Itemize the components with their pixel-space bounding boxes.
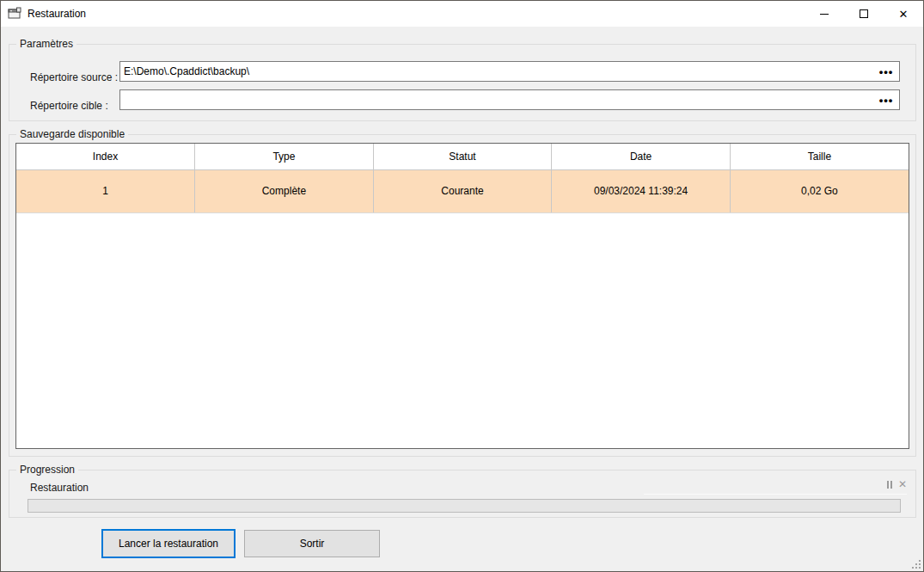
table-header-row: IndexTypeStatutDateTaille	[16, 144, 909, 169]
window-title: Restauration	[28, 8, 86, 20]
table-cell[interactable]: 09/03/2024 11:39:24	[552, 169, 731, 212]
table-cell[interactable]: 0,02 Go	[730, 169, 909, 212]
table-cell[interactable]: Complète	[195, 169, 374, 212]
close-button[interactable]: ✕	[884, 1, 923, 27]
target-browse-button[interactable]: •••	[873, 90, 899, 109]
close-icon: ✕	[899, 9, 909, 20]
source-directory-label: Répertoire source :	[30, 67, 118, 88]
target-directory-input[interactable]	[120, 90, 873, 109]
source-browse-button[interactable]: •••	[873, 62, 899, 81]
exit-button[interactable]: Sortir	[244, 530, 380, 557]
maximize-button[interactable]	[844, 1, 884, 27]
parameters-groupbox: Paramètres Répertoire source : ••• Réper…	[9, 44, 916, 121]
parameters-group-label: Paramètres	[16, 38, 76, 50]
column-header-statut[interactable]: Statut	[373, 144, 552, 169]
backups-groupbox: Sauvegarde disponible IndexTypeStatutDat…	[9, 134, 916, 457]
maximize-icon	[860, 9, 868, 18]
resize-grip[interactable]	[910, 558, 921, 569]
restore-dialog-window: Restauration ✕ Paramètres Répertoire sou…	[0, 0, 924, 572]
table-cell[interactable]: 1	[16, 169, 195, 212]
target-directory-label: Répertoire cible :	[30, 95, 108, 116]
progression-groupbox: Progression Restauration ✕	[9, 470, 916, 518]
column-header-taille[interactable]: Taille	[730, 144, 909, 169]
backups-group-label: Sauvegarde disponible	[16, 128, 128, 140]
cancel-icon[interactable]: ✕	[898, 479, 907, 489]
progress-task-label: Restauration	[30, 482, 89, 494]
table-body: 1ComplèteCourante09/03/2024 11:39:240,02…	[16, 169, 909, 212]
table-cell[interactable]: Courante	[373, 169, 552, 212]
minimize-button[interactable]	[805, 1, 844, 27]
source-directory-input[interactable]	[120, 62, 873, 81]
app-icon	[8, 7, 21, 21]
column-header-type[interactable]: Type	[195, 144, 374, 169]
column-header-date[interactable]: Date	[552, 144, 731, 169]
start-restore-button[interactable]: Lancer la restauration	[101, 529, 236, 558]
table-row[interactable]: 1ComplèteCourante09/03/2024 11:39:240,02…	[16, 169, 909, 212]
title-bar: Restauration ✕	[1, 1, 923, 27]
minimize-icon	[820, 14, 829, 15]
source-directory-field-wrap: •••	[119, 61, 900, 82]
progress-separator	[644, 494, 907, 495]
progression-group-label: Progression	[16, 464, 78, 476]
backup-table-container: IndexTypeStatutDateTaille 1ComplèteCoura…	[15, 143, 909, 449]
progress-bar	[28, 499, 901, 513]
column-header-index[interactable]: Index	[16, 144, 195, 169]
backup-table: IndexTypeStatutDateTaille 1ComplèteCoura…	[16, 144, 909, 213]
pause-icon[interactable]	[887, 481, 892, 489]
target-directory-field-wrap: •••	[119, 89, 900, 110]
